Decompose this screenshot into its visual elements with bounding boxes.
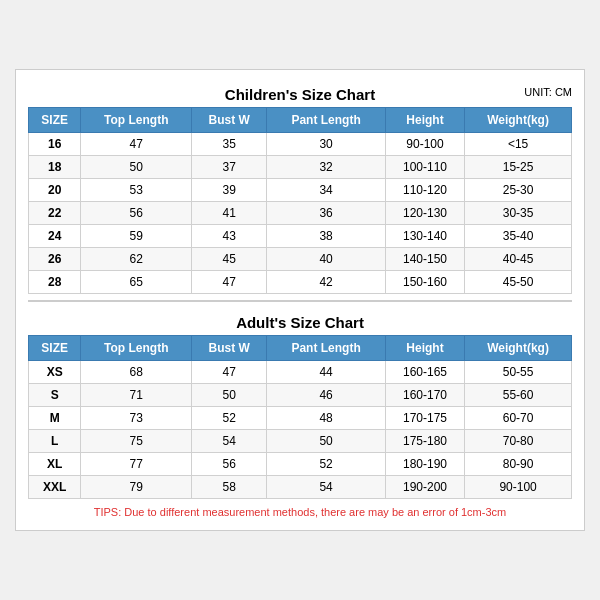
children-table: SIZE Top Length Bust W Pant Length Heigh…	[28, 107, 572, 294]
table-cell: 180-190	[385, 453, 464, 476]
table-cell: 65	[81, 271, 192, 294]
table-cell: 54	[267, 476, 386, 499]
table-cell: 73	[81, 407, 192, 430]
table-cell: 47	[192, 361, 267, 384]
table-cell: 30-35	[465, 202, 572, 225]
table-cell: 50	[81, 156, 192, 179]
table-cell: 50	[192, 384, 267, 407]
table-cell: 56	[81, 202, 192, 225]
children-title-text: Children's Size Chart	[225, 86, 375, 103]
table-cell: 34	[267, 179, 386, 202]
adults-col-top-length: Top Length	[81, 336, 192, 361]
table-row: L755450175-18070-80	[29, 430, 572, 453]
chart-container: Children's Size Chart UNIT: CM SIZE Top …	[15, 69, 585, 531]
table-cell: 28	[29, 271, 81, 294]
table-cell: 47	[192, 271, 267, 294]
unit-label: UNIT: CM	[524, 86, 572, 98]
table-cell: 160-170	[385, 384, 464, 407]
table-cell: 140-150	[385, 248, 464, 271]
adults-title: Adult's Size Chart	[28, 308, 572, 335]
table-cell: 77	[81, 453, 192, 476]
children-col-pant: Pant Length	[267, 108, 386, 133]
table-cell: 50-55	[465, 361, 572, 384]
table-cell: 18	[29, 156, 81, 179]
children-col-height: Height	[385, 108, 464, 133]
table-cell: 46	[267, 384, 386, 407]
table-cell: 44	[267, 361, 386, 384]
table-cell: 45-50	[465, 271, 572, 294]
adults-header-row: SIZE Top Length Bust W Pant Length Heigh…	[29, 336, 572, 361]
table-cell: 68	[81, 361, 192, 384]
table-cell: 59	[81, 225, 192, 248]
adults-title-text: Adult's Size Chart	[236, 314, 364, 331]
table-row: M735248170-17560-70	[29, 407, 572, 430]
table-cell: 60-70	[465, 407, 572, 430]
children-col-weight: Weight(kg)	[465, 108, 572, 133]
table-cell: 53	[81, 179, 192, 202]
table-cell: 30	[267, 133, 386, 156]
table-cell: 150-160	[385, 271, 464, 294]
children-col-bust: Bust W	[192, 108, 267, 133]
table-cell: XL	[29, 453, 81, 476]
table-cell: 54	[192, 430, 267, 453]
table-cell: 58	[192, 476, 267, 499]
table-cell: 70-80	[465, 430, 572, 453]
table-cell: M	[29, 407, 81, 430]
table-cell: L	[29, 430, 81, 453]
table-cell: 20	[29, 179, 81, 202]
table-row: XL775652180-19080-90	[29, 453, 572, 476]
table-cell: 90-100	[465, 476, 572, 499]
table-cell: 190-200	[385, 476, 464, 499]
table-cell: 48	[267, 407, 386, 430]
table-cell: 52	[192, 407, 267, 430]
adults-col-weight: Weight(kg)	[465, 336, 572, 361]
table-cell: <15	[465, 133, 572, 156]
table-row: 28654742150-16045-50	[29, 271, 572, 294]
table-cell: 16	[29, 133, 81, 156]
children-header-row: SIZE Top Length Bust W Pant Length Heigh…	[29, 108, 572, 133]
table-cell: 24	[29, 225, 81, 248]
children-title: Children's Size Chart UNIT: CM	[28, 80, 572, 107]
adults-table: SIZE Top Length Bust W Pant Length Heigh…	[28, 335, 572, 499]
table-cell: XXL	[29, 476, 81, 499]
table-cell: 160-165	[385, 361, 464, 384]
table-cell: 37	[192, 156, 267, 179]
table-cell: S	[29, 384, 81, 407]
table-cell: 110-120	[385, 179, 464, 202]
table-cell: 39	[192, 179, 267, 202]
children-col-top-length: Top Length	[81, 108, 192, 133]
table-cell: 175-180	[385, 430, 464, 453]
table-row: XS684744160-16550-55	[29, 361, 572, 384]
table-cell: 79	[81, 476, 192, 499]
table-cell: 47	[81, 133, 192, 156]
table-row: 1647353090-100<15	[29, 133, 572, 156]
tips-text: TIPS: Due to different measurement metho…	[28, 504, 572, 520]
table-cell: 62	[81, 248, 192, 271]
table-row: 20533934110-12025-30	[29, 179, 572, 202]
table-cell: 43	[192, 225, 267, 248]
table-cell: 170-175	[385, 407, 464, 430]
table-cell: 38	[267, 225, 386, 248]
adults-col-size: SIZE	[29, 336, 81, 361]
table-cell: 45	[192, 248, 267, 271]
table-cell: 36	[267, 202, 386, 225]
adults-col-bust: Bust W	[192, 336, 267, 361]
table-cell: 40	[267, 248, 386, 271]
table-cell: 71	[81, 384, 192, 407]
table-cell: 26	[29, 248, 81, 271]
table-cell: 52	[267, 453, 386, 476]
table-cell: 55-60	[465, 384, 572, 407]
table-cell: 75	[81, 430, 192, 453]
table-row: 22564136120-13030-35	[29, 202, 572, 225]
children-col-size: SIZE	[29, 108, 81, 133]
adults-col-pant: Pant Length	[267, 336, 386, 361]
table-cell: 22	[29, 202, 81, 225]
table-cell: 90-100	[385, 133, 464, 156]
table-cell: 120-130	[385, 202, 464, 225]
table-cell: 100-110	[385, 156, 464, 179]
section-divider	[28, 300, 572, 302]
table-cell: 40-45	[465, 248, 572, 271]
table-cell: 15-25	[465, 156, 572, 179]
table-cell: XS	[29, 361, 81, 384]
table-row: 18503732100-11015-25	[29, 156, 572, 179]
